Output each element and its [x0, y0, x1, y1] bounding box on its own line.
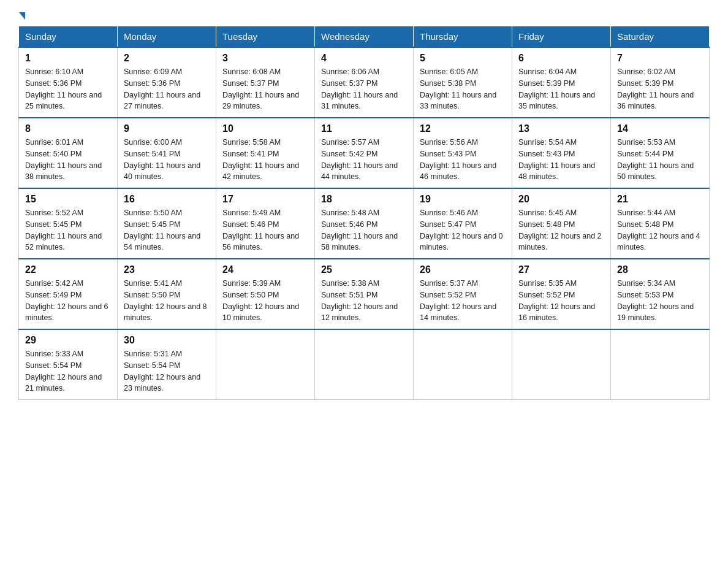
day-number: 30 — [124, 335, 210, 346]
day-number: 21 — [617, 194, 703, 205]
calendar-cell: 26Sunrise: 5:37 AMSunset: 5:52 PMDayligh… — [414, 259, 512, 329]
day-info: Sunrise: 5:48 AMSunset: 5:46 PMDaylight:… — [321, 207, 407, 253]
calendar-cell: 3Sunrise: 6:08 AMSunset: 5:37 PMDaylight… — [216, 47, 315, 118]
day-number: 18 — [321, 194, 407, 205]
weekday-header-friday: Friday — [512, 26, 611, 48]
calendar-cell: 7Sunrise: 6:02 AMSunset: 5:39 PMDaylight… — [611, 47, 710, 118]
day-info: Sunrise: 5:39 AMSunset: 5:50 PMDaylight:… — [222, 278, 308, 324]
day-number: 10 — [222, 123, 308, 134]
calendar-cell: 23Sunrise: 5:41 AMSunset: 5:50 PMDayligh… — [118, 259, 216, 329]
day-info: Sunrise: 6:01 AMSunset: 5:40 PMDaylight:… — [25, 137, 111, 183]
calendar-cell: 10Sunrise: 5:58 AMSunset: 5:41 PMDayligh… — [216, 118, 315, 188]
calendar-cell: 29Sunrise: 5:33 AMSunset: 5:54 PMDayligh… — [19, 329, 118, 400]
calendar-week-row: 15Sunrise: 5:52 AMSunset: 5:45 PMDayligh… — [19, 188, 710, 259]
calendar-cell: 30Sunrise: 5:31 AMSunset: 5:54 PMDayligh… — [118, 329, 216, 400]
day-info: Sunrise: 6:09 AMSunset: 5:36 PMDaylight:… — [124, 66, 210, 112]
day-number: 22 — [25, 264, 111, 275]
weekday-header-wednesday: Wednesday — [315, 26, 414, 48]
calendar-cell: 17Sunrise: 5:49 AMSunset: 5:46 PMDayligh… — [216, 188, 315, 259]
day-number: 24 — [222, 264, 308, 275]
day-info: Sunrise: 6:00 AMSunset: 5:41 PMDaylight:… — [124, 137, 210, 183]
calendar-cell: 21Sunrise: 5:44 AMSunset: 5:48 PMDayligh… — [611, 188, 710, 259]
day-number: 9 — [124, 123, 210, 134]
day-number: 17 — [222, 194, 308, 205]
day-number: 16 — [124, 194, 210, 205]
day-number: 3 — [222, 53, 308, 64]
calendar-cell: 27Sunrise: 5:35 AMSunset: 5:52 PMDayligh… — [512, 259, 611, 329]
calendar-week-row: 22Sunrise: 5:42 AMSunset: 5:49 PMDayligh… — [19, 259, 710, 329]
calendar-cell: 14Sunrise: 5:53 AMSunset: 5:44 PMDayligh… — [611, 118, 710, 188]
calendar-cell: 16Sunrise: 5:50 AMSunset: 5:45 PMDayligh… — [118, 188, 216, 259]
calendar-cell: 18Sunrise: 5:48 AMSunset: 5:46 PMDayligh… — [315, 188, 414, 259]
day-info: Sunrise: 5:50 AMSunset: 5:45 PMDaylight:… — [124, 207, 210, 253]
weekday-header-saturday: Saturday — [611, 26, 710, 48]
day-info: Sunrise: 5:56 AMSunset: 5:43 PMDaylight:… — [420, 137, 506, 183]
day-number: 2 — [124, 53, 210, 64]
day-number: 25 — [321, 264, 407, 275]
logo — [18, 12, 26, 20]
day-info: Sunrise: 5:45 AMSunset: 5:48 PMDaylight:… — [518, 207, 604, 253]
calendar-cell: 6Sunrise: 6:04 AMSunset: 5:39 PMDaylight… — [512, 47, 611, 118]
calendar-cell — [512, 329, 611, 400]
day-number: 23 — [124, 264, 210, 275]
day-info: Sunrise: 5:58 AMSunset: 5:41 PMDaylight:… — [222, 137, 308, 183]
calendar-week-row: 8Sunrise: 6:01 AMSunset: 5:40 PMDaylight… — [19, 118, 710, 188]
day-number: 4 — [321, 53, 407, 64]
day-number: 26 — [420, 264, 506, 275]
day-number: 7 — [617, 53, 703, 64]
calendar-cell: 13Sunrise: 5:54 AMSunset: 5:43 PMDayligh… — [512, 118, 611, 188]
calendar-cell — [216, 329, 315, 400]
day-info: Sunrise: 6:04 AMSunset: 5:39 PMDaylight:… — [518, 66, 604, 112]
calendar-cell: 15Sunrise: 5:52 AMSunset: 5:45 PMDayligh… — [19, 188, 118, 259]
day-number: 20 — [518, 194, 604, 205]
calendar-cell: 9Sunrise: 6:00 AMSunset: 5:41 PMDaylight… — [118, 118, 216, 188]
calendar-cell: 25Sunrise: 5:38 AMSunset: 5:51 PMDayligh… — [315, 259, 414, 329]
calendar-cell: 19Sunrise: 5:46 AMSunset: 5:47 PMDayligh… — [414, 188, 512, 259]
calendar-cell: 11Sunrise: 5:57 AMSunset: 5:42 PMDayligh… — [315, 118, 414, 188]
day-number: 14 — [617, 123, 703, 134]
calendar-cell: 28Sunrise: 5:34 AMSunset: 5:53 PMDayligh… — [611, 259, 710, 329]
day-number: 8 — [25, 123, 111, 134]
day-info: Sunrise: 6:02 AMSunset: 5:39 PMDaylight:… — [617, 66, 703, 112]
weekday-header-sunday: Sunday — [19, 26, 118, 48]
day-info: Sunrise: 5:34 AMSunset: 5:53 PMDaylight:… — [617, 278, 703, 324]
day-number: 19 — [420, 194, 506, 205]
calendar-week-row: 1Sunrise: 6:10 AMSunset: 5:36 PMDaylight… — [19, 47, 710, 118]
day-info: Sunrise: 5:53 AMSunset: 5:44 PMDaylight:… — [617, 137, 703, 183]
calendar-week-row: 29Sunrise: 5:33 AMSunset: 5:54 PMDayligh… — [19, 329, 710, 400]
day-number: 11 — [321, 123, 407, 134]
day-info: Sunrise: 5:52 AMSunset: 5:45 PMDaylight:… — [25, 207, 111, 253]
calendar-header-row: SundayMondayTuesdayWednesdayThursdayFrid… — [19, 26, 710, 48]
day-info: Sunrise: 5:54 AMSunset: 5:43 PMDaylight:… — [518, 137, 604, 183]
day-info: Sunrise: 6:06 AMSunset: 5:37 PMDaylight:… — [321, 66, 407, 112]
day-number: 6 — [518, 53, 604, 64]
day-info: Sunrise: 5:44 AMSunset: 5:48 PMDaylight:… — [617, 207, 703, 253]
calendar-cell: 4Sunrise: 6:06 AMSunset: 5:37 PMDaylight… — [315, 47, 414, 118]
day-number: 1 — [25, 53, 111, 64]
calendar-cell — [414, 329, 512, 400]
day-info: Sunrise: 5:46 AMSunset: 5:47 PMDaylight:… — [420, 207, 506, 253]
day-number: 5 — [420, 53, 506, 64]
calendar-cell: 20Sunrise: 5:45 AMSunset: 5:48 PMDayligh… — [512, 188, 611, 259]
day-info: Sunrise: 5:41 AMSunset: 5:50 PMDaylight:… — [124, 278, 210, 324]
calendar-cell: 5Sunrise: 6:05 AMSunset: 5:38 PMDaylight… — [414, 47, 512, 118]
day-info: Sunrise: 5:35 AMSunset: 5:52 PMDaylight:… — [518, 278, 604, 324]
weekday-header-monday: Monday — [118, 26, 216, 48]
day-info: Sunrise: 5:37 AMSunset: 5:52 PMDaylight:… — [420, 278, 506, 324]
calendar-cell — [611, 329, 710, 400]
day-number: 27 — [518, 264, 604, 275]
day-info: Sunrise: 5:57 AMSunset: 5:42 PMDaylight:… — [321, 137, 407, 183]
calendar-cell — [315, 329, 414, 400]
day-info: Sunrise: 6:05 AMSunset: 5:38 PMDaylight:… — [420, 66, 506, 112]
day-info: Sunrise: 5:38 AMSunset: 5:51 PMDaylight:… — [321, 278, 407, 324]
day-info: Sunrise: 5:31 AMSunset: 5:54 PMDaylight:… — [124, 348, 210, 394]
weekday-header-tuesday: Tuesday — [216, 26, 315, 48]
day-number: 12 — [420, 123, 506, 134]
calendar-cell: 8Sunrise: 6:01 AMSunset: 5:40 PMDaylight… — [19, 118, 118, 188]
day-info: Sunrise: 5:49 AMSunset: 5:46 PMDaylight:… — [222, 207, 308, 253]
day-number: 29 — [25, 335, 111, 346]
calendar-cell: 12Sunrise: 5:56 AMSunset: 5:43 PMDayligh… — [414, 118, 512, 188]
page-header — [18, 12, 710, 20]
day-number: 13 — [518, 123, 604, 134]
day-number: 28 — [617, 264, 703, 275]
